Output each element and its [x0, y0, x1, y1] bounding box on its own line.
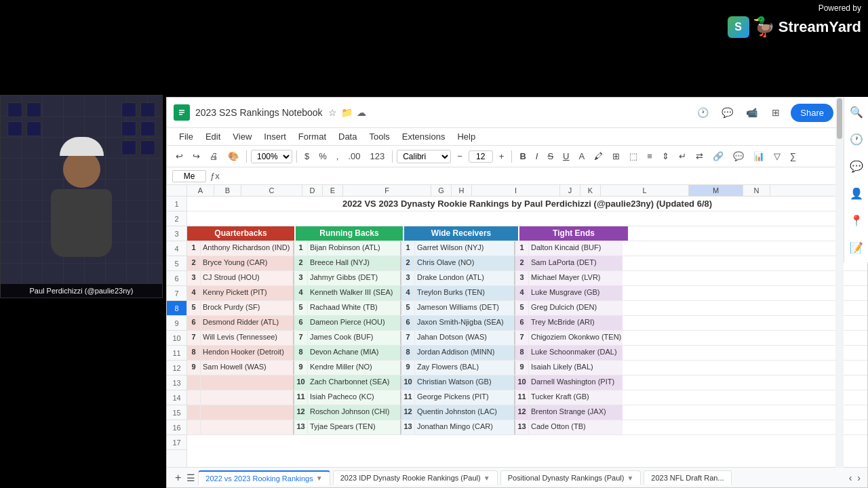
col-header-f[interactable]: F — [343, 185, 431, 196]
history-icon[interactable]: 🕐 — [693, 103, 712, 122]
col-header-d[interactable]: D — [302, 185, 323, 196]
font-size-input[interactable] — [469, 150, 493, 163]
col-header-m[interactable]: M — [689, 185, 743, 196]
col-header-c[interactable]: C — [241, 185, 302, 196]
wr-name-7: Jahan Dotson (WAS) — [415, 331, 515, 345]
add-sheet-button[interactable]: + — [172, 472, 184, 484]
strikethrough-button[interactable]: S — [544, 150, 557, 163]
sidebar-location-icon[interactable]: 📍 — [847, 211, 866, 230]
sidebar-history-icon[interactable]: 🕐 — [847, 129, 866, 148]
col-header-j[interactable]: J — [560, 185, 580, 196]
bottom-tab-bar: + ☰ 2022 vs 2023 Rooking Rankings ▼ 2023… — [167, 467, 867, 487]
highlight-button[interactable]: 🖍 — [591, 150, 606, 163]
menu-help[interactable]: Help — [452, 129, 481, 144]
qb-rank-6: 6 — [187, 316, 201, 330]
menu-data[interactable]: Data — [333, 129, 362, 144]
rb-rank-4: 4 — [294, 286, 308, 300]
menu-bar: File Edit View Insert Format Data Tools … — [167, 128, 867, 146]
col-header-n[interactable]: N — [743, 185, 770, 196]
redo-button[interactable]: ↪ — [189, 150, 203, 163]
filter-button[interactable]: ▽ — [770, 150, 784, 163]
col-header-g[interactable]: G — [431, 185, 452, 196]
comma-button[interactable]: , — [333, 150, 342, 163]
col-header-e[interactable]: E — [323, 185, 343, 196]
number-format-button[interactable]: 123 — [367, 150, 389, 163]
sidebar-chat-icon[interactable]: 💬 — [847, 157, 866, 176]
menu-insert[interactable]: Insert — [258, 129, 292, 144]
undo-button[interactable]: ↩ — [172, 150, 186, 163]
rb-header-cell: Running Backs — [296, 226, 404, 241]
valign-button[interactable]: ⇕ — [658, 150, 673, 163]
share-button[interactable]: Share — [791, 104, 833, 122]
sidebar-notes-icon[interactable]: 📝 — [847, 238, 866, 257]
menu-tools[interactable]: Tools — [363, 129, 395, 144]
underline-button[interactable]: U — [559, 150, 572, 163]
menu-view[interactable]: View — [227, 129, 257, 144]
sheet-tab-3[interactable]: 2023 NFL Draft Ran... — [644, 470, 731, 485]
te-name-6: Trey McBride (ARI) — [529, 316, 623, 330]
wrap-button[interactable]: ↵ — [675, 150, 690, 163]
insert-chart-button[interactable]: 📊 — [750, 150, 768, 163]
rb-rank-2: 2 — [294, 256, 308, 270]
folder-icon[interactable]: 📁 — [341, 107, 353, 118]
sidebar-account-icon[interactable]: 👤 — [847, 184, 866, 203]
star-icon[interactable]: ☆ — [328, 107, 337, 118]
sheet-tab-1[interactable]: 2023 IDP Dynasty Rookie Rankings (Paul) … — [333, 470, 498, 485]
qb-rank-7: 7 — [187, 331, 201, 345]
paint-format-button[interactable]: 🎨 — [224, 150, 242, 163]
row-num-2: 2 — [167, 211, 186, 226]
wr-rank-3: 3 — [401, 271, 415, 285]
sheet-tab-2[interactable]: Positional Dynasty Rankings (Paul) ▼ — [500, 470, 642, 485]
cell-reference-input[interactable] — [172, 170, 206, 182]
text-color-button[interactable]: A — [575, 150, 588, 163]
bold-button[interactable]: B — [516, 150, 529, 163]
print-button[interactable]: 🖨 — [206, 150, 222, 163]
menu-format[interactable]: Format — [293, 129, 332, 144]
menu-extensions[interactable]: Extensions — [397, 129, 451, 144]
zoom-select[interactable]: 100% 75% 125% — [251, 150, 292, 163]
currency-button[interactable]: $ — [301, 150, 313, 163]
align-button[interactable]: ≡ — [644, 150, 656, 163]
cloud-icon[interactable]: ☁ — [357, 107, 366, 118]
sheet-tab-0[interactable]: 2022 vs 2023 Rooking Rankings ▼ — [198, 470, 330, 485]
rb-rank-9: 9 — [294, 361, 308, 375]
borders-button[interactable]: ⊞ — [609, 150, 623, 163]
function-button[interactable]: ∑ — [787, 150, 800, 163]
insert-comment-button[interactable]: 💬 — [730, 150, 747, 163]
grid-view-icon[interactable]: ⊞ — [766, 103, 785, 122]
sheets-list-button[interactable]: ☰ — [186, 472, 195, 483]
font-select[interactable]: Calibri Arial Times New Roman — [397, 150, 451, 163]
webcam-video — [1, 96, 162, 284]
link-button[interactable]: 🔗 — [709, 150, 727, 163]
decimal-dec-button[interactable]: .00 — [344, 150, 363, 163]
percent-button[interactable]: % — [315, 150, 330, 163]
col-header-b[interactable]: B — [214, 185, 241, 196]
qb-rank-9: 9 — [187, 361, 201, 375]
formula-input[interactable] — [224, 171, 862, 182]
tab-next-button[interactable]: › — [856, 472, 862, 483]
sheet-tab-0-label: 2022 vs 2023 Rooking Rankings — [205, 474, 313, 483]
italic-button[interactable]: I — [532, 150, 542, 163]
menu-edit[interactable]: Edit — [200, 129, 226, 144]
font-size-decrease[interactable]: − — [454, 150, 466, 163]
tab-prev-button[interactable]: ‹ — [848, 472, 854, 483]
col-header-h[interactable]: H — [452, 185, 472, 196]
col-header-a[interactable]: A — [187, 185, 214, 196]
wr-name-4: Treylon Burks (TEN) — [415, 286, 515, 300]
wr-rank-1: 1 — [401, 241, 415, 256]
qb-name-5: Brock Purdy (SF) — [201, 301, 294, 315]
comments-icon[interactable]: 💬 — [717, 103, 736, 122]
col-header-k[interactable]: K — [580, 185, 601, 196]
merge-button[interactable]: ⬚ — [626, 150, 641, 163]
sidebar-explore-icon[interactable]: 🔍 — [847, 102, 866, 121]
text-direction-button[interactable]: ⇄ — [692, 150, 707, 163]
video-icon[interactable]: 📹 — [742, 103, 761, 122]
row-num-6: 6 — [167, 271, 186, 286]
font-size-increase[interactable]: + — [496, 150, 508, 163]
scrollbar-thumb[interactable] — [837, 98, 842, 139]
rb-name-8: Devon Achane (MIA) — [308, 346, 401, 360]
menu-file[interactable]: File — [174, 129, 199, 144]
vertical-scrollbar[interactable] — [835, 97, 844, 468]
col-header-l[interactable]: L — [601, 185, 689, 196]
col-header-i[interactable]: I — [472, 185, 560, 196]
